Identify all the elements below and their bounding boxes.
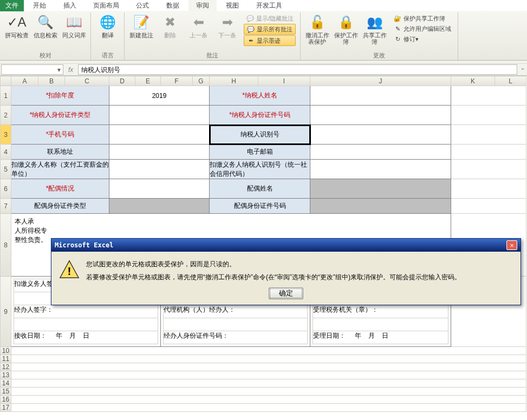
cell-empty[interactable]: [11, 371, 526, 379]
cell-spouse-name-value[interactable]: [310, 179, 451, 199]
row-7[interactable]: 7: [1, 199, 11, 214]
cell-empty[interactable]: [451, 145, 526, 160]
cell-employer-id-value[interactable]: [310, 160, 451, 179]
translate-button[interactable]: 🌐 翻译: [95, 12, 120, 38]
show-ink-button[interactable]: ✒显示墨迹: [244, 35, 296, 46]
col-A[interactable]: A: [11, 76, 38, 86]
row-16[interactable]: 16: [1, 396, 11, 404]
cell-spouse-idno-value[interactable]: [310, 199, 451, 214]
cell-idno-value[interactable]: [310, 106, 451, 125]
formula-bar[interactable]: 纳税人识别号: [78, 64, 517, 75]
tab-data[interactable]: 数据: [159, 0, 187, 11]
row-5[interactable]: 5: [1, 160, 11, 179]
cell-email-value[interactable]: [310, 145, 451, 160]
cell-address-value[interactable]: [109, 145, 210, 160]
allow-edit-button[interactable]: ✎允许用户编辑区域: [391, 24, 453, 34]
namebox-dropdown-icon[interactable]: ▾: [57, 66, 61, 74]
cell-empty[interactable]: [11, 404, 526, 412]
col-G[interactable]: G: [193, 76, 210, 86]
cell-label-employer[interactable]: 扣缴义务人名称（支付工资薪金的单位）: [11, 160, 109, 179]
showhide-comment-button[interactable]: 💬显示/隐藏批注: [244, 14, 296, 23]
cell-empty[interactable]: [11, 379, 526, 388]
row-9[interactable]: 9: [1, 277, 11, 347]
protect-share-button[interactable]: 🔐保护共享工作簿: [391, 14, 453, 23]
col-I[interactable]: I: [258, 76, 310, 86]
dialog-titlebar[interactable]: Microsoft Excel ✕: [51, 239, 521, 252]
unprotect-sheet-button[interactable]: 🔓 撤消工作表保护: [305, 12, 329, 45]
row-3[interactable]: 3: [1, 125, 11, 145]
cell-name-value[interactable]: [310, 86, 451, 106]
cell-label-year[interactable]: *扣除年度: [11, 86, 109, 106]
row-4[interactable]: 4: [1, 145, 11, 160]
row-14[interactable]: 14: [1, 379, 11, 388]
row-8[interactable]: 8: [1, 214, 11, 277]
select-all-corner[interactable]: [1, 76, 11, 86]
track-changes-button[interactable]: ↻修订 ▾: [391, 34, 453, 44]
ok-button[interactable]: 确定: [269, 287, 303, 299]
tab-home[interactable]: 开始: [25, 0, 54, 11]
row-13[interactable]: 13: [1, 371, 11, 379]
col-C[interactable]: C: [65, 76, 109, 86]
cell-label-spouse[interactable]: *配偶情况: [11, 179, 109, 199]
cell-idtype-value[interactable]: [109, 106, 210, 125]
new-comment-button[interactable]: 📝 新建批注: [129, 12, 153, 46]
cell-empty[interactable]: [451, 160, 526, 179]
row-11[interactable]: 11: [1, 355, 11, 363]
cell-empty[interactable]: [11, 388, 526, 396]
col-B[interactable]: B: [38, 76, 65, 86]
show-all-comments-button[interactable]: 💬显示所有批注: [244, 24, 296, 35]
col-E[interactable]: E: [135, 76, 161, 86]
research-button[interactable]: 🔍 信息检索: [33, 12, 57, 38]
cell-taxid-value[interactable]: [310, 125, 451, 145]
col-D[interactable]: D: [109, 76, 135, 86]
tab-developer[interactable]: 开发工具: [249, 0, 290, 11]
cell-label-phone[interactable]: *手机号码: [11, 125, 109, 145]
share-workbook-button[interactable]: 👥 共享工作簿: [362, 12, 387, 45]
row-17[interactable]: 17: [1, 404, 11, 412]
tab-view[interactable]: 视图: [218, 0, 246, 11]
cell-label-email[interactable]: 电子邮箱: [210, 145, 310, 160]
row-10[interactable]: 10: [1, 347, 11, 355]
cell-label-idno[interactable]: *纳税人身份证件号码: [210, 106, 310, 125]
prev-comment-button[interactable]: ⬅ 上一条: [186, 12, 211, 46]
row-2[interactable]: 2: [1, 106, 11, 125]
close-icon[interactable]: ✕: [506, 240, 517, 250]
cell-label-idtype[interactable]: *纳税人身份证件类型: [11, 106, 109, 125]
cell-year-value[interactable]: 2019: [109, 86, 210, 106]
cell-label-employer-id[interactable]: 扣缴义务人纳税人识别号（统一社会信用代码）: [210, 160, 310, 179]
cell-empty[interactable]: [451, 179, 526, 199]
row-12[interactable]: 12: [1, 363, 11, 371]
formula-expand-icon[interactable]: ⌄: [518, 64, 527, 75]
col-F[interactable]: F: [161, 76, 193, 86]
tab-formulas[interactable]: 公式: [128, 0, 157, 11]
tab-layout[interactable]: 页面布局: [86, 0, 127, 11]
cell-empty[interactable]: [11, 355, 526, 363]
col-L[interactable]: L: [495, 76, 526, 86]
protect-workbook-button[interactable]: 🔒 保护工作簿: [334, 12, 358, 45]
spellcheck-button[interactable]: ✓A 拼写检查: [4, 12, 29, 38]
delete-comment-button[interactable]: ✖ 删除: [158, 12, 182, 46]
next-comment-button[interactable]: ➡ 下一条: [215, 12, 239, 46]
cell-label-spouse-name[interactable]: 配偶姓名: [210, 179, 310, 199]
cell-empty[interactable]: [451, 125, 526, 145]
row-6[interactable]: 6: [1, 179, 11, 199]
col-K[interactable]: K: [451, 76, 495, 86]
row-15[interactable]: 15: [1, 388, 11, 396]
row-1[interactable]: 1: [1, 86, 11, 106]
name-box[interactable]: ▾: [1, 64, 63, 75]
cell-label-name[interactable]: *纳税人姓名: [210, 86, 310, 106]
cell-empty[interactable]: [451, 86, 526, 106]
cell-spouse-value[interactable]: [109, 179, 210, 199]
cell-label-spouse-idno[interactable]: 配偶身份证件号码: [210, 199, 310, 214]
tab-insert[interactable]: 插入: [56, 0, 84, 11]
file-tab[interactable]: 文件: [0, 0, 24, 11]
col-H[interactable]: H: [210, 76, 258, 86]
tab-review[interactable]: 审阅: [188, 0, 217, 11]
cell-phone-value[interactable]: [109, 125, 210, 145]
cell-empty[interactable]: [11, 347, 526, 355]
cell-label-taxid-active[interactable]: 纳税人识别号: [210, 125, 310, 145]
thesaurus-button[interactable]: 📖 同义词库: [62, 12, 86, 38]
cell-label-spouse-idtype[interactable]: 配偶身份证件类型: [11, 199, 109, 214]
cell-empty[interactable]: [451, 106, 526, 125]
cell-label-address[interactable]: 联系地址: [11, 145, 109, 160]
